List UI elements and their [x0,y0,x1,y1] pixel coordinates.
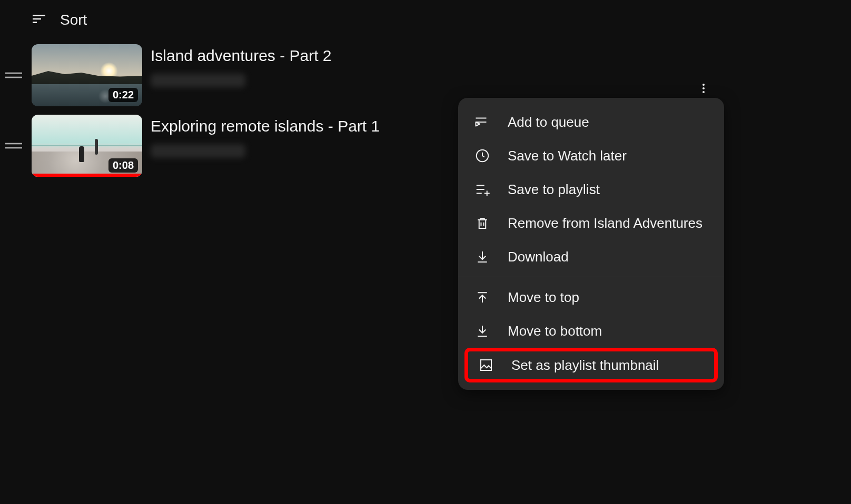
menu-item-label: Move to top [508,289,579,306]
duration-badge: 0:08 [108,158,138,173]
menu-item-move-bottom[interactable]: Move to bottom [458,314,724,348]
sort-label[interactable]: Sort [60,12,87,28]
svg-rect-8 [481,360,491,370]
video-row[interactable]: 0:22 Island adventures - Part 2 [4,40,851,110]
menu-item-label: Remove from Island Adventures [508,215,702,231]
trash-icon [474,215,491,231]
svg-rect-0 [5,73,22,74]
queue-play-icon [474,114,491,130]
arrow-top-icon [474,289,491,306]
menu-item-add-to-queue[interactable]: Add to queue [458,105,724,139]
menu-separator [458,277,724,277]
clock-icon [474,147,491,164]
drag-handle-icon[interactable] [4,71,23,79]
menu-item-watch-later[interactable]: Save to Watch later [458,139,724,173]
menu-item-save-playlist[interactable]: Save to playlist [458,173,724,206]
sort-icon[interactable] [31,11,47,29]
svg-point-5 [702,87,705,89]
arrow-bottom-icon [474,322,491,339]
menu-item-download[interactable]: Download [458,240,724,274]
menu-item-label: Download [508,249,569,265]
menu-item-label: Move to bottom [508,323,602,339]
context-menu: Add to queue Save to Watch later Save to… [458,98,724,390]
drag-handle-icon[interactable] [4,142,23,150]
menu-item-label: Set as playlist thumbnail [511,357,659,374]
highlight-annotation: Set as playlist thumbnail [464,348,718,382]
svg-rect-1 [5,77,22,78]
menu-item-label: Save to playlist [508,182,600,198]
more-options-button[interactable] [693,78,714,99]
menu-item-label: Add to queue [508,114,589,130]
menu-item-set-thumbnail[interactable]: Set as playlist thumbnail [478,357,705,374]
download-icon [474,248,491,265]
menu-item-move-top[interactable]: Move to top [458,280,724,314]
menu-item-remove[interactable]: Remove from Island Adventures [458,206,724,240]
svg-rect-2 [5,143,22,145]
watch-progress [32,174,142,177]
video-title[interactable]: Island adventures - Part 2 [151,46,851,65]
channel-name [151,144,245,158]
svg-rect-3 [5,147,22,149]
menu-item-label: Save to Watch later [508,148,627,164]
video-thumbnail[interactable]: 0:08 [32,115,142,177]
svg-point-4 [702,84,705,86]
duration-badge: 0:22 [108,88,138,102]
channel-name [151,74,245,87]
image-icon [478,357,494,374]
svg-point-6 [702,91,705,93]
playlist-add-icon [474,181,491,198]
video-thumbnail[interactable]: 0:22 [32,44,142,106]
